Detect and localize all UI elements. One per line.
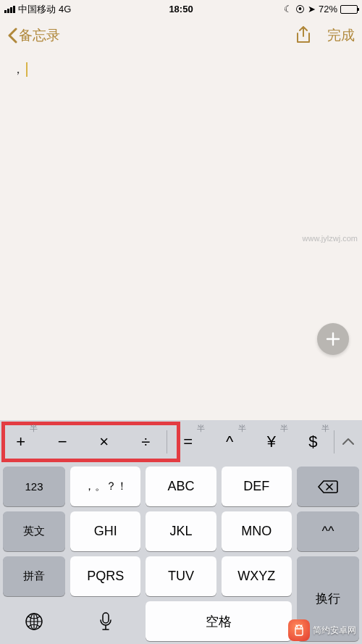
prediction-item[interactable]: ÷	[125, 420, 167, 463]
prediction-item[interactable]: ×	[83, 420, 125, 463]
prediction-item[interactable]: −	[42, 420, 84, 463]
note-editor[interactable]: ，	[0, 53, 362, 357]
back-button[interactable]: 备忘录	[7, 26, 60, 45]
key-mno[interactable]: MNO	[222, 511, 292, 551]
location-icon: ➤	[308, 4, 316, 14]
prediction-item[interactable]: +半	[0, 420, 42, 463]
back-label: 备忘录	[19, 26, 60, 45]
chevron-up-icon	[342, 437, 355, 446]
android-icon	[288, 619, 310, 641]
key-space[interactable]: 空格	[146, 601, 292, 641]
globe-icon	[24, 611, 44, 632]
svg-point-4	[300, 627, 300, 628]
battery-icon	[340, 5, 358, 14]
signal-icon	[4, 6, 15, 13]
key-globe[interactable]	[3, 601, 65, 641]
text-cursor	[26, 62, 28, 77]
watermark-brand: 简约安卓网	[288, 619, 356, 641]
key-emoticon[interactable]: ^^	[297, 511, 359, 551]
clock: 18:50	[169, 4, 193, 14]
key-ghi[interactable]: GHI	[70, 511, 140, 551]
key-mic[interactable]	[70, 601, 140, 641]
key-def[interactable]: DEF	[222, 467, 292, 506]
network-label: 4G	[59, 4, 71, 14]
moon-icon: ☾	[284, 4, 292, 14]
expand-predictions-button[interactable]	[334, 435, 362, 448]
watermark-url: www.jylzwj.com	[303, 233, 358, 243]
carrier-label: 中国移动	[18, 3, 56, 16]
battery-pct: 72%	[319, 4, 337, 14]
key-pinyin[interactable]: 拼音	[3, 556, 65, 596]
status-right: ☾ ⦿ ➤ 72%	[284, 4, 358, 14]
key-punct[interactable]: ，。？！	[70, 467, 140, 506]
separator	[334, 430, 334, 453]
key-jkl[interactable]: JKL	[146, 511, 216, 551]
share-button[interactable]	[295, 26, 311, 45]
mic-icon	[98, 611, 113, 632]
svg-rect-2	[103, 613, 109, 623]
chevron-left-icon	[7, 28, 17, 43]
done-button[interactable]: 完成	[327, 26, 355, 45]
prediction-item[interactable]: ¥半	[251, 420, 292, 463]
share-icon	[295, 26, 311, 45]
note-text: ，	[12, 62, 25, 76]
nav-bar: 备忘录 完成	[0, 18, 362, 53]
key-tuv[interactable]: TUV	[146, 556, 216, 596]
prediction-item[interactable]: ^半	[209, 420, 251, 463]
add-button[interactable]	[317, 323, 349, 355]
backspace-icon	[317, 480, 339, 494]
key-pqrs[interactable]: PQRS	[70, 556, 140, 596]
keyboard: +半 − × ÷ =半 ^半 ¥半 $半 123 ，。？！ ABC DEF 英文…	[0, 420, 362, 644]
svg-point-3	[297, 627, 298, 628]
key-grid: 123 ，。？！ ABC DEF 英文 GHI JKL MNO ^^ 拼音 PQ…	[0, 463, 362, 644]
key-wxyz[interactable]: WXYZ	[222, 556, 292, 596]
key-english[interactable]: 英文	[3, 511, 65, 551]
prediction-item[interactable]: =半	[167, 420, 209, 463]
status-bar: 中国移动 4G 18:50 ☾ ⦿ ➤ 72%	[0, 0, 362, 18]
status-left: 中国移动 4G	[4, 3, 71, 16]
prediction-row: +半 − × ÷ =半 ^半 ¥半 $半	[0, 420, 362, 463]
plus-icon	[325, 331, 341, 347]
key-abc[interactable]: ABC	[146, 467, 216, 506]
key-123[interactable]: 123	[3, 467, 65, 506]
prediction-item[interactable]: $半	[292, 420, 334, 463]
key-backspace[interactable]	[297, 467, 359, 506]
orientation-lock-icon: ⦿	[295, 4, 305, 14]
